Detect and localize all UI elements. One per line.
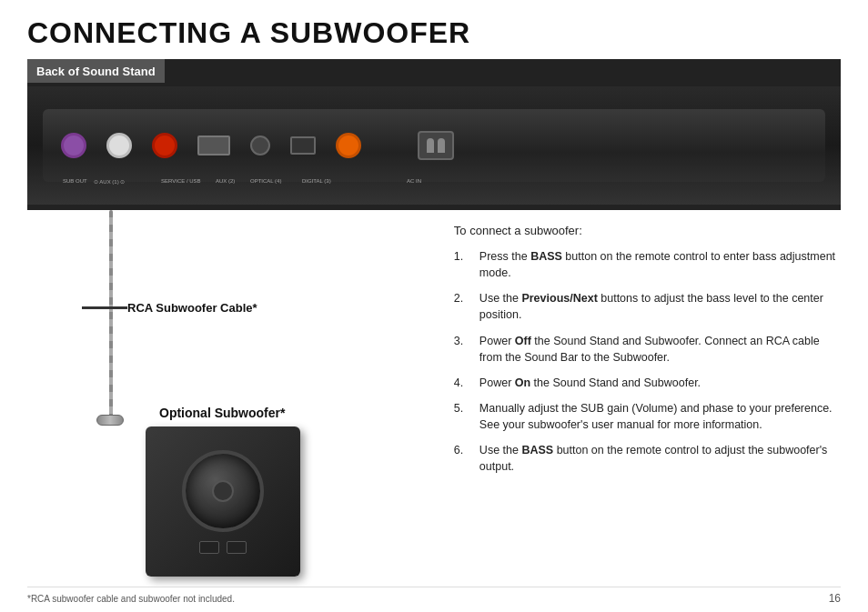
- port-optical-group: [290, 136, 316, 155]
- power-prong-right: [438, 138, 445, 153]
- bottom-section: RCA Subwoofer Cable* Optional Subwoofer*…: [27, 210, 841, 565]
- step-2-text: Use the Previous/Next buttons to adjust …: [479, 290, 841, 323]
- diagram-side: RCA Subwoofer Cable* Optional Subwoofer*: [27, 210, 445, 565]
- port-rca-red-group: [152, 133, 177, 158]
- step-4-num: 4.: [454, 375, 470, 391]
- port-sub-out-group: [61, 133, 86, 158]
- cable-horizontal-line: [82, 306, 127, 309]
- footer-note: *RCA subwoofer cable and subwoofer not i…: [27, 594, 235, 604]
- port-usb-group: [197, 135, 230, 156]
- label-sub-out: SUB OUT: [63, 178, 87, 184]
- step-2: 2. Use the Previous/Next buttons to adju…: [454, 290, 841, 323]
- label-aux2: AUX (2): [216, 178, 235, 184]
- subwoofer-label: Optional Subwoofer*: [159, 406, 285, 420]
- step-3-text: Power Off the Sound Stand and Subwoofer.…: [479, 333, 841, 366]
- subwoofer-illustration: [146, 426, 300, 577]
- cable-label-row: RCA Subwoofer Cable*: [82, 301, 257, 315]
- cable-vertical: [109, 210, 113, 419]
- cable-label: RCA Subwoofer Cable*: [127, 301, 257, 315]
- step-1-num: 1.: [454, 248, 470, 281]
- label-service: SERVICE / USB: [161, 178, 201, 184]
- power-prong-left: [427, 138, 434, 153]
- port-aux1-group: [106, 133, 132, 158]
- port-rca-red: [152, 133, 177, 158]
- stand-back-panel: SUB OUT ⊙ AUX (1) ⊙ SERVICE / USB AUX (2…: [27, 86, 841, 205]
- label-aux1: ⊙ AUX (1) ⊙: [94, 178, 125, 185]
- step-5: 5. Manually adjust the SUB gain (Volume)…: [454, 400, 841, 433]
- stand-label: Back of Sound Stand: [36, 65, 156, 78]
- step-6: 6. Use the BASS button on the remote con…: [454, 442, 841, 475]
- port-aux2: [250, 135, 270, 156]
- port-optical: [290, 136, 316, 155]
- port-usb: [197, 135, 230, 156]
- page-title: CONNECTING A SUBWOOFER: [27, 16, 841, 50]
- port-digital: [336, 133, 361, 158]
- step-2-num: 2.: [454, 290, 470, 323]
- panel-inner: SUB OUT ⊙ AUX (1) ⊙ SERVICE / USB AUX (2…: [43, 109, 825, 182]
- port-sub-out: [61, 133, 86, 158]
- label-optical: OPTICAL (4): [250, 178, 281, 184]
- step-1-text: Press the BASS button on the remote cont…: [479, 248, 841, 281]
- cable-connector: [96, 415, 124, 426]
- page-container: CONNECTING A SUBWOOFER Back of Sound Sta…: [0, 0, 868, 612]
- step-3: 3. Power Off the Sound Stand and Subwoof…: [454, 333, 841, 366]
- sub-port-2: [227, 541, 247, 554]
- port-aux2-group: [250, 135, 270, 156]
- sound-stand-section: Back of Sound Stand: [27, 59, 841, 210]
- intro-text: To connect a subwoofer:: [454, 224, 841, 237]
- sub-port-1: [199, 541, 219, 554]
- port-ac-in: [418, 131, 454, 160]
- steps-list: 1. Press the BASS button on the remote c…: [454, 248, 841, 475]
- instructions-side: To connect a subwoofer: 1. Press the BAS…: [445, 210, 841, 565]
- step-3-num: 3.: [454, 333, 470, 366]
- step-4-text: Power On the Sound Stand and Subwoofer.: [479, 375, 701, 391]
- step-6-text: Use the BASS button on the remote contro…: [479, 442, 841, 475]
- step-6-num: 6.: [454, 442, 470, 475]
- subwoofer-driver: [182, 450, 264, 532]
- step-4: 4. Power On the Sound Stand and Subwoofe…: [454, 375, 841, 391]
- label-ac-in: AC IN: [407, 178, 421, 184]
- footer: *RCA subwoofer cable and subwoofer not i…: [27, 587, 841, 605]
- subwoofer-bottom-ports: [199, 541, 247, 554]
- port-digital-group: [336, 133, 361, 158]
- step-5-num: 5.: [454, 400, 470, 433]
- page-number: 16: [829, 592, 841, 605]
- port-aux1: [106, 133, 132, 158]
- step-5-text: Manually adjust the SUB gain (Volume) an…: [479, 400, 841, 433]
- stand-label-bar: Back of Sound Stand: [27, 59, 165, 83]
- label-digital: DIGITAL (3): [302, 178, 331, 184]
- step-1: 1. Press the BASS button on the remote c…: [454, 248, 841, 281]
